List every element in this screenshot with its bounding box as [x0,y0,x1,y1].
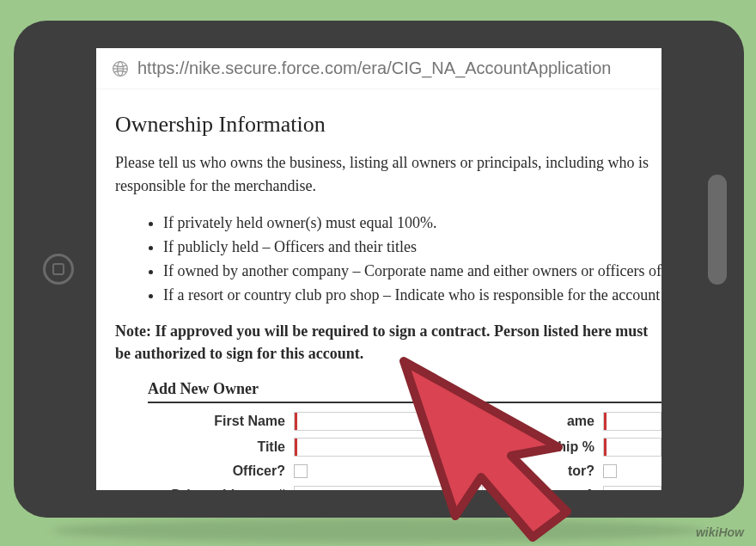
form-grid: First Name ame Title ership % Officer? t… [148,412,662,490]
url-text: https://nike.secure.force.com/era/CIG_NA… [137,58,611,78]
list-item: If owned by another company – Corporate … [163,260,662,284]
home-button[interactable] [43,254,74,285]
first-name-input[interactable] [294,412,483,431]
intro-paragraph: Please tell us who owns the business, li… [115,151,662,198]
screen: https://nike.secure.force.com/era/CIG_NA… [96,48,662,490]
ownership-input[interactable] [603,438,662,457]
officer-label: Officer? [148,463,285,479]
right-label-fragment: A [491,488,594,490]
title-input[interactable] [294,438,483,457]
page-content: Ownership Information Please tell us who… [96,89,662,490]
tor-checkbox[interactable] [603,464,617,478]
tor-label-fragment: tor? [491,463,594,479]
side-button[interactable] [708,175,727,285]
watermark: wikiHow [696,525,744,539]
officer-checkbox-cell [294,464,483,478]
page-title: Ownership Information [115,112,662,138]
ownership-bullets: If privately held owner(s) must equal 10… [115,212,662,308]
owner-form-section: Add New Owner First Name ame Title ershi… [115,380,662,490]
url-bar[interactable]: https://nike.secure.force.com/era/CIG_NA… [96,48,662,89]
home-button-icon [52,263,64,275]
drivers-license-label: Drivers License # [148,488,285,490]
tor-checkbox-cell [603,464,662,478]
right-input[interactable] [603,486,662,490]
tablet-frame: https://nike.secure.force.com/era/CIG_NA… [14,21,744,518]
first-name-label: First Name [148,414,285,429]
note-paragraph: Note: If approved you will be required t… [115,320,662,365]
last-name-input[interactable] [603,412,662,431]
last-name-label-fragment: ame [491,414,594,429]
list-item: If privately held owner(s) must equal 10… [163,212,662,236]
title-label: Title [148,439,285,455]
officer-checkbox[interactable] [294,464,308,478]
ownership-label-fragment: ership % [491,439,594,455]
globe-icon [112,60,129,77]
tablet-shadow [52,518,704,543]
form-heading: Add New Owner [148,380,662,403]
list-item: If a resort or country club pro shop – I… [163,284,662,308]
list-item: If publicly held – Officers and their ti… [163,236,662,260]
drivers-license-input[interactable] [294,486,483,490]
